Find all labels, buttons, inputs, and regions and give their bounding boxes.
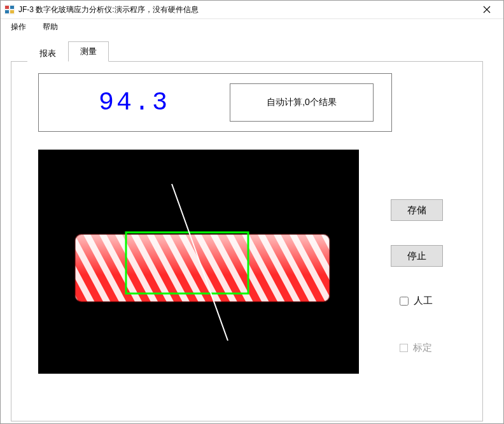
svg-rect-3 [5, 10, 9, 13]
stop-button[interactable]: 停止 [391, 245, 443, 267]
calibrate-checkbox-label: 标定 [413, 342, 432, 354]
tab-measure[interactable]: 测量 [68, 41, 109, 62]
readout-box: 94.3 自动计算,0个结果 [38, 73, 392, 132]
manual-checkbox[interactable]: 人工 [400, 295, 433, 307]
sample-viewer[interactable] [38, 150, 359, 374]
menu-bar: 操作 帮助 [1, 19, 503, 34]
title-bar: JF-3 数字化玻璃应力分析仪:演示程序，没有硬件信息 [1, 1, 503, 19]
svg-rect-4 [10, 10, 14, 13]
svg-rect-2 [10, 6, 14, 9]
calibrate-checkbox: 标定 [400, 342, 432, 354]
app-window: JF-3 数字化玻璃应力分析仪:演示程序，没有硬件信息 操作 帮助 报表 测量 … [0, 0, 504, 424]
menu-help[interactable]: 帮助 [34, 19, 66, 35]
manual-checkbox-label: 人工 [414, 295, 433, 307]
close-button[interactable] [474, 1, 500, 18]
tab-report[interactable]: 报表 [27, 43, 68, 63]
window-title: JF-3 数字化玻璃应力分析仪:演示程序，没有硬件信息 [18, 4, 474, 15]
tab-strip: 报表 测量 [27, 41, 493, 61]
save-button[interactable]: 存储 [391, 199, 443, 221]
close-icon [483, 6, 491, 13]
svg-rect-1 [5, 6, 9, 9]
manual-checkbox-input[interactable] [400, 297, 409, 306]
app-icon [4, 4, 15, 15]
tab-panel-measure: 94.3 自动计算,0个结果 [11, 61, 483, 421]
auto-calc-status: 自动计算,0个结果 [230, 83, 374, 122]
calibrate-checkbox-box [400, 344, 408, 352]
menu-operate[interactable]: 操作 [2, 19, 34, 35]
measurement-value: 94.3 [39, 88, 230, 117]
client-area: 报表 测量 94.3 自动计算,0个结果 [1, 34, 503, 424]
